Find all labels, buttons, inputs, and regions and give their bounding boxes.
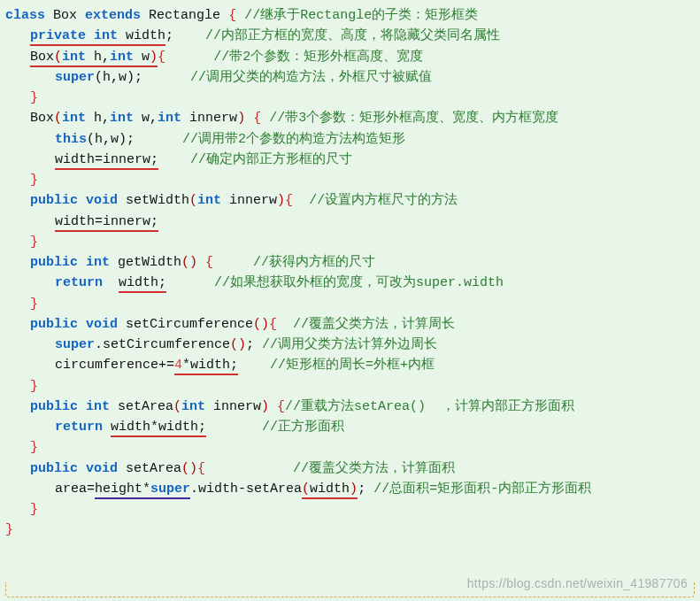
- brace-close: }: [30, 379, 38, 394]
- method-name: setArea: [110, 399, 173, 414]
- brace-open: {: [158, 50, 165, 65]
- code-line: super(h,w); //调用父类的构造方法，外框尺寸被赋值: [5, 67, 700, 88]
- comment: //覆盖父类方法，计算周长: [293, 317, 455, 332]
- code-line: }: [5, 437, 700, 458]
- paren-open: (: [54, 111, 62, 126]
- stmt: width=innerw;: [55, 214, 158, 229]
- comment: //获得内方框的尺寸: [253, 255, 375, 270]
- kw-public-int: public int: [30, 255, 110, 270]
- code-line: Box(int h,int w){ //带2个参数：矩形外框高度、宽度: [5, 47, 700, 67]
- code-line: width=innerw;: [5, 212, 700, 232]
- ctor-name: Box: [30, 50, 54, 65]
- code-line: }: [5, 88, 700, 108]
- number: 4: [174, 358, 182, 373]
- code-block: class Box extends Rectangle { //继承于Recta…: [5, 5, 700, 541]
- method-name: setArea: [118, 461, 181, 476]
- code-line: Box(int h,int w,int innerw) { //带3个参数：矩形…: [5, 108, 700, 128]
- comment: //带2个参数：矩形外框高度、宽度: [213, 50, 423, 65]
- ctor-name: Box: [30, 111, 54, 126]
- code-line: return width*width; //正方形面积: [5, 417, 700, 437]
- comment: //确定内部正方形框的尺寸: [190, 152, 352, 167]
- code-line: }: [5, 294, 700, 314]
- expr: width;: [119, 275, 166, 290]
- brace-close: }: [30, 173, 38, 188]
- kw-public-void: public void: [30, 461, 118, 476]
- comment: //如果想获取外框的宽度，可改为super.width: [214, 275, 504, 290]
- watermark-text: https://blog.csdn.net/weixin_41987706: [467, 574, 688, 594]
- comment: //调用父类的构造方法，外框尺寸被赋值: [190, 70, 432, 85]
- code-line: area=height*super.width-setArea(width); …: [5, 479, 700, 499]
- brace-close: }: [30, 90, 38, 105]
- comment: //调用父类方法计算外边周长: [262, 337, 437, 352]
- code-line: class Box extends Rectangle { //继承于Recta…: [5, 5, 700, 26]
- stmt: width=innerw;: [55, 152, 158, 167]
- code-line: return width; //如果想获取外框的宽度，可改为super.widt…: [5, 273, 700, 293]
- kw-this: this: [55, 132, 87, 147]
- brace-close: }: [30, 297, 38, 312]
- kw-public-int: public int: [30, 399, 110, 414]
- kw-int: int: [110, 50, 134, 65]
- comment: //内部正方框的宽度、高度，将隐藏父类同名属性: [205, 28, 500, 43]
- code-line: public int getWidth() { //获得内方框的尺寸: [5, 252, 700, 273]
- comment: //带3个参数：矩形外框高度、宽度、内方框宽度: [269, 111, 558, 126]
- comment: //设置内方框尺寸的方法: [309, 193, 458, 208]
- brace-close: }: [30, 235, 38, 250]
- code-line: width=innerw; //确定内部正方形框的尺寸: [5, 150, 700, 170]
- comment: //继承于Rectangle的子类：矩形框类: [244, 8, 478, 23]
- comment: //覆盖父类方法，计算面积: [293, 461, 455, 476]
- code-line: circumference+=4*width; //矩形框的周长=外框+内框: [5, 355, 700, 375]
- paren-close: ): [237, 111, 245, 126]
- brace-close: }: [5, 522, 13, 537]
- code-line: private int width; //内部正方框的宽度、高度，将隐藏父类同名…: [5, 26, 700, 46]
- code-line: super.setCircumference(); //调用父类方法计算外边周长: [5, 335, 700, 355]
- comment: //调用带2个参数的构造方法构造矩形: [182, 132, 405, 147]
- kw-super: super: [150, 482, 190, 497]
- kw-public-void: public void: [30, 317, 118, 332]
- semicolon: ;: [165, 28, 173, 43]
- code-line: }: [5, 170, 700, 190]
- paren-close: ): [150, 50, 158, 65]
- kw-class: class: [5, 8, 45, 23]
- code-line: }: [5, 520, 700, 540]
- method-name: getWidth: [110, 255, 181, 270]
- code-line: }: [5, 499, 700, 520]
- comment: //重载方法setArea() ，计算内部正方形面积: [285, 399, 574, 414]
- kw-return: return: [55, 420, 103, 435]
- super-name: Rectangle: [149, 8, 220, 23]
- brace-open: {: [228, 8, 236, 23]
- kw-public-void: public void: [30, 193, 118, 208]
- kw-private-int: private int: [30, 28, 118, 43]
- field-width: width: [126, 28, 165, 43]
- code-line: public void setWidth(int innerw){ //设置内方…: [5, 190, 700, 211]
- paren-open: (: [54, 50, 62, 65]
- code-line: this(h,w); //调用带2个参数的构造方法构造矩形: [5, 129, 700, 150]
- kw-super: super: [55, 70, 95, 85]
- class-name: Box: [53, 8, 77, 23]
- comment: //矩形框的周长=外框+内框: [270, 358, 435, 373]
- method-name: setWidth: [118, 193, 189, 208]
- code-line: public void setArea(){ //覆盖父类方法，计算面积: [5, 458, 700, 479]
- brace-close: }: [30, 440, 38, 455]
- method-name: setCircumference: [118, 317, 253, 332]
- code-line: }: [5, 232, 700, 252]
- comment: //正方形面积: [262, 420, 344, 435]
- kw-extends: extends: [85, 8, 141, 23]
- expr: width*width;: [111, 420, 206, 435]
- code-line: public void setCircumference(){ //覆盖父类方法…: [5, 314, 700, 335]
- kw-int: int: [62, 50, 86, 65]
- comment: //总面积=矩形面积-内部正方形面积: [373, 482, 591, 497]
- brace-close: }: [30, 502, 38, 517]
- code-line: public int setArea(int innerw) {//重载方法se…: [5, 397, 700, 417]
- code-line: }: [5, 376, 700, 397]
- kw-return: return: [55, 275, 103, 290]
- kw-super: super: [55, 337, 95, 352]
